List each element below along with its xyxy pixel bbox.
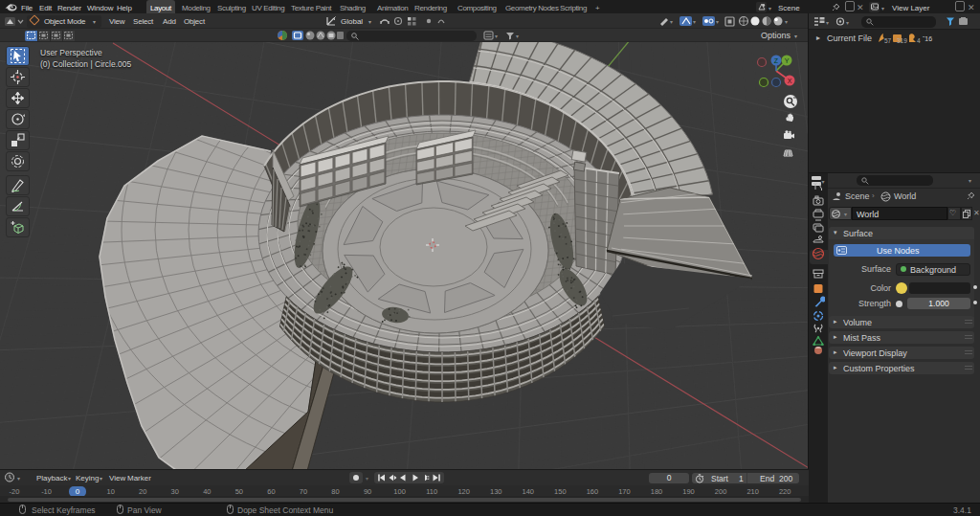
- svg-text:▾: ▾: [826, 20, 829, 26]
- svg-text:X: X: [788, 78, 792, 84]
- svg-text:▾: ▾: [516, 34, 519, 39]
- svg-text:4: 4: [917, 37, 921, 44]
- svg-text:▾: ▾: [846, 20, 849, 26]
- svg-text:▾: ▾: [670, 19, 673, 25]
- svg-text:Y: Y: [785, 57, 790, 64]
- svg-text:▾: ▾: [495, 34, 498, 39]
- svg-text:▾: ▾: [716, 19, 719, 25]
- svg-text:57: 57: [884, 37, 892, 44]
- svg-text:319: 319: [897, 37, 907, 44]
- svg-text:Z: Z: [774, 57, 779, 64]
- svg-text:ˆ16: ˆ16: [923, 35, 932, 42]
- svg-text:▾: ▾: [17, 476, 20, 482]
- svg-text:▾: ▾: [785, 19, 788, 25]
- svg-text:▾: ▾: [693, 19, 696, 25]
